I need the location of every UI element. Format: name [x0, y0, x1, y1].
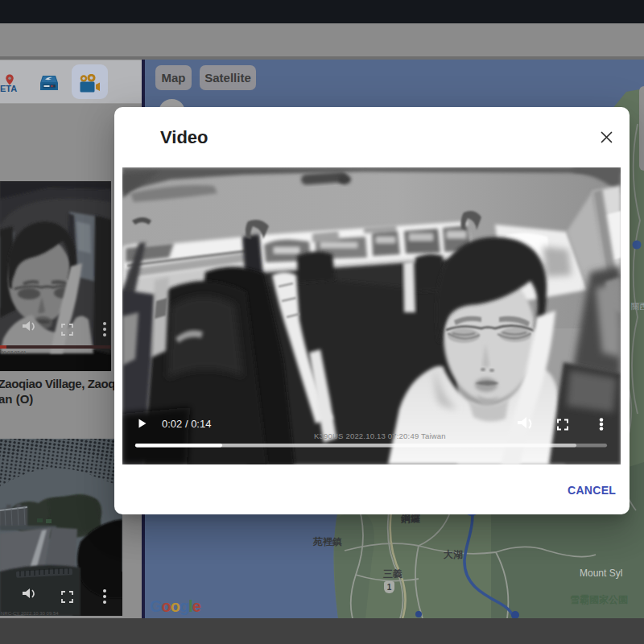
- svg-text:ETA: ETA: [0, 84, 17, 93]
- svg-text:K390US 2022.10.13 07:20:49 T: K390US 2022.10.13 07:20:49 Taiwan: [314, 431, 446, 440]
- svg-text:NRC-CY 2022.10.30 09:54: NRC-CY 2022.10.30 09:54: [1, 611, 59, 616]
- svg-text:00:07:07:01: 00:07:07:01: [1, 350, 27, 355]
- svg-text:0:02 / 0:14: 0:02 / 0:14: [162, 418, 211, 430]
